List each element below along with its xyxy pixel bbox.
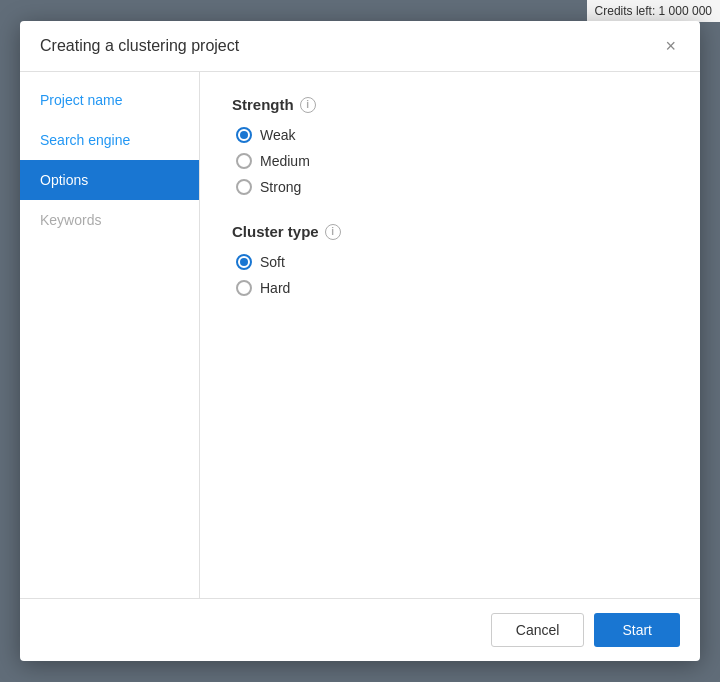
cluster-hard-radio[interactable] <box>236 280 252 296</box>
strength-medium-radio[interactable] <box>236 153 252 169</box>
strength-title: Strength i <box>232 96 668 113</box>
cluster-type-info-icon[interactable]: i <box>325 224 341 240</box>
cluster-soft-option[interactable]: Soft <box>236 254 668 270</box>
cluster-soft-radio[interactable] <box>236 254 252 270</box>
options-content: Strength i Weak Medium Strong <box>200 72 700 598</box>
credits-bar: Credits left: 1 000 000 <box>587 0 720 22</box>
strength-strong-radio[interactable] <box>236 179 252 195</box>
modal-title: Creating a clustering project <box>40 37 239 55</box>
modal-dialog: Creating a clustering project × Project … <box>20 21 700 661</box>
sidebar-item-options[interactable]: Options <box>20 160 199 200</box>
sidebar-item-search-engine[interactable]: Search engine <box>20 120 199 160</box>
cluster-type-radio-group: Soft Hard <box>232 254 668 296</box>
start-button[interactable]: Start <box>594 613 680 647</box>
strength-info-icon[interactable]: i <box>300 97 316 113</box>
strength-section: Strength i Weak Medium Strong <box>232 96 668 195</box>
modal-header: Creating a clustering project × <box>20 21 700 72</box>
strength-weak-radio[interactable] <box>236 127 252 143</box>
cluster-hard-option[interactable]: Hard <box>236 280 668 296</box>
sidebar-item-keywords: Keywords <box>20 200 199 240</box>
cluster-type-title: Cluster type i <box>232 223 668 240</box>
credits-text: Credits left: 1 000 000 <box>595 4 712 18</box>
strength-strong-option[interactable]: Strong <box>236 179 668 195</box>
cluster-type-section: Cluster type i Soft Hard <box>232 223 668 296</box>
strength-weak-option[interactable]: Weak <box>236 127 668 143</box>
close-button[interactable]: × <box>661 37 680 55</box>
cancel-button[interactable]: Cancel <box>491 613 585 647</box>
modal-body: Project name Search engine Options Keywo… <box>20 72 700 598</box>
strength-medium-option[interactable]: Medium <box>236 153 668 169</box>
sidebar: Project name Search engine Options Keywo… <box>20 72 200 598</box>
strength-radio-group: Weak Medium Strong <box>232 127 668 195</box>
modal-footer: Cancel Start <box>20 598 700 661</box>
sidebar-item-project-name[interactable]: Project name <box>20 80 199 120</box>
